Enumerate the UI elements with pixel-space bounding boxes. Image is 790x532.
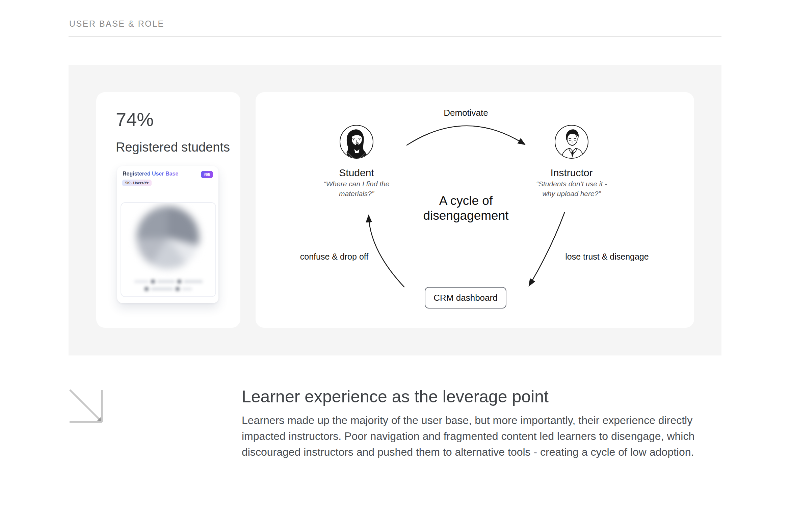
instructor-avatar-icon (555, 125, 588, 159)
instructor-quote: “Students don’t use it - why upload here… (531, 179, 612, 199)
pie-legend-blurred-row (121, 287, 215, 291)
cycle-diagram-card: Student “Where can I find the materials?… (256, 92, 694, 328)
mini-card-badge: #05 (201, 171, 213, 178)
stat-card: 74% Registered students Registered User … (96, 92, 240, 328)
stat-percentage: 74% (116, 108, 154, 130)
corner-arrow-icon (69, 388, 104, 424)
section-divider (69, 36, 721, 37)
summary-heading: Learner experience as the leverage point (242, 387, 549, 406)
case-study-section: USER BASE & ROLE 74% Registered students… (0, 0, 790, 532)
cycle-title: A cycle of disengagement (415, 193, 516, 223)
pie-chart-blurred (136, 206, 199, 269)
users-per-year-tag: 5K~ Users/Yr (122, 179, 152, 186)
arrow-lose-trust (529, 213, 564, 285)
registered-user-base-card: Registered User Base #05 5K~ Users/Yr (117, 166, 219, 303)
student-avatar-icon (340, 125, 373, 159)
edge-label-confuse-drop-off: confuse & drop off (284, 252, 385, 262)
arrow-confuse-drop-off (369, 216, 404, 287)
edge-label-lose-trust: lose trust & disengage (557, 252, 658, 262)
summary-body: Learners made up the majority of the use… (242, 413, 714, 460)
edge-label-demotivate: Demotivate (432, 108, 500, 118)
section-label: USER BASE & ROLE (69, 19, 165, 29)
student-quote: “Where can I find the materials?” (318, 179, 395, 199)
stat-label: Registered students (116, 140, 230, 155)
mini-card-divider (117, 198, 219, 198)
content-band: 74% Registered students Registered User … (69, 65, 721, 356)
crm-dashboard-node: CRM dashboard (425, 287, 506, 308)
mini-card-title: Registered User Base (123, 171, 178, 177)
pie-legend-blurred-row (121, 280, 215, 283)
arrow-demotivate (407, 126, 524, 145)
instructor-label: Instructor (538, 167, 605, 178)
student-label: Student (323, 167, 390, 178)
blurred-pie-chart-panel (120, 202, 216, 297)
